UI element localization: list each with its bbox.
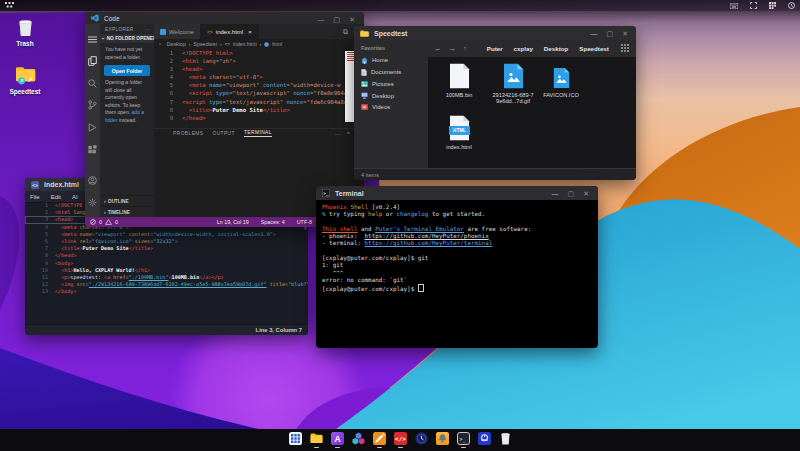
code-line: 4 <meta charset="utf-8"> bbox=[154, 73, 364, 81]
desktop-icon-trash[interactable]: Trash bbox=[0, 19, 50, 47]
taskbar-editor[interactable] bbox=[373, 432, 386, 448]
vscode-explorer-sidebar: EXPLORER ··· ›NO FOLDER OPENED You have … bbox=[100, 24, 154, 217]
minimize-icon[interactable]: — bbox=[591, 30, 598, 37]
code-line: 5 <meta name="viewport" content="width=d… bbox=[154, 81, 364, 89]
account-icon[interactable] bbox=[85, 169, 100, 191]
filemanager-file-grid: 100MB.bin 29134216-689-7 9e6dd...7d.gif bbox=[428, 57, 636, 168]
terminal-line: - terminal: https://github.com/HeyPuter/… bbox=[322, 240, 598, 247]
back-icon[interactable]: ← bbox=[434, 44, 442, 53]
taskbar-code[interactable]: </> bbox=[394, 432, 407, 448]
maximize-icon[interactable]: ▢ bbox=[607, 30, 614, 37]
terminal-titlebar[interactable]: >_ Terminal — ▢ ✕ bbox=[316, 186, 598, 200]
menu-icon[interactable] bbox=[85, 28, 100, 50]
problems-status[interactable]: 0 0 bbox=[90, 219, 118, 225]
file-favicon[interactable]: FAVICON.ICO bbox=[532, 63, 590, 98]
svg-text:</>: </> bbox=[395, 435, 406, 442]
favorites-header: Favorites bbox=[354, 43, 428, 54]
encoding[interactable]: UTF-8 bbox=[297, 219, 312, 225]
crumb-desktop[interactable]: Desktop bbox=[544, 45, 568, 52]
sidebar-item-pictures[interactable]: Pictures bbox=[354, 78, 428, 89]
terminal-app-icon: >_ bbox=[322, 189, 330, 197]
image-file-icon bbox=[532, 63, 590, 89]
source-control-icon[interactable] bbox=[85, 94, 100, 116]
terminal-output[interactable]: Phoenix Shell [v0.2.4]% try typing help … bbox=[316, 200, 598, 292]
explorer-empty-text: You have not yet opened a folder. bbox=[100, 43, 154, 61]
panel-chevron-up-icon[interactable]: ^ bbox=[347, 131, 350, 137]
svg-text:>_: >_ bbox=[459, 436, 466, 443]
taskbar-clock[interactable] bbox=[415, 432, 428, 448]
home-icon bbox=[361, 57, 368, 64]
taskbar-app-center[interactable]: A bbox=[331, 432, 344, 448]
timeline-section[interactable]: ›TIMELINE bbox=[100, 206, 154, 217]
breadcrumbs[interactable]: › Desktop› Speedtest› <> index.html› htm… bbox=[154, 39, 364, 49]
puter-menu-icon[interactable] bbox=[5, 2, 14, 9]
clock-icon[interactable] bbox=[788, 2, 795, 9]
panel-tab-terminal[interactable]: TERMINAL bbox=[244, 130, 272, 137]
taskbar-files[interactable] bbox=[310, 432, 323, 448]
sidebar-item-documents[interactable]: Documents bbox=[354, 66, 428, 78]
taskbar: A </> >_ bbox=[0, 429, 800, 451]
keyboard-icon[interactable] bbox=[730, 3, 738, 9]
vscode-activity-bar bbox=[85, 24, 100, 217]
maximize-icon[interactable]: ▢ bbox=[568, 190, 575, 197]
taskbar-terminal[interactable]: >_ bbox=[457, 432, 470, 448]
puter-desktop: Trash Speedtest <> index.html File Edit … bbox=[0, 0, 800, 451]
panel-tab-problems[interactable]: PROBLEMS bbox=[173, 131, 203, 136]
panel-more-icon[interactable]: ··· bbox=[335, 131, 342, 137]
taskbar-bell[interactable] bbox=[436, 432, 449, 448]
indentation[interactable]: Spaces: 4 bbox=[261, 219, 285, 225]
crumb-speedtest[interactable]: Speedtest bbox=[579, 45, 609, 52]
maximize-icon[interactable]: ▢ bbox=[334, 16, 341, 23]
filemanager-breadcrumbs: Puter cxplay Desktop Speedtest bbox=[487, 45, 609, 52]
open-folder-button[interactable]: Open Folder bbox=[104, 65, 150, 76]
html-symbol-icon bbox=[264, 42, 269, 47]
sidebar-item-home[interactable]: Home bbox=[354, 54, 428, 66]
desktop-icon-speedtest[interactable]: Speedtest bbox=[0, 66, 50, 95]
close-icon[interactable]: ✕ bbox=[583, 190, 589, 197]
split-editor-icon[interactable]: ⧉ bbox=[343, 28, 348, 36]
tab-close-icon[interactable]: × bbox=[248, 29, 252, 35]
taskbar-trash[interactable] bbox=[499, 432, 512, 448]
menu-ai[interactable]: AI bbox=[72, 194, 78, 200]
more-actions-icon[interactable]: ··· bbox=[144, 27, 150, 32]
up-icon[interactable]: ↑ bbox=[463, 44, 467, 53]
close-icon[interactable]: ✕ bbox=[349, 16, 355, 23]
vscode-code-area[interactable]: 1<!DOCTYPE html>2<html lang="zh">3<head>… bbox=[154, 49, 364, 128]
close-icon[interactable]: ✕ bbox=[622, 30, 628, 37]
taskbar-dev-center[interactable] bbox=[352, 432, 365, 448]
vscode-titlebar[interactable]: Code — ▢ ✕ bbox=[85, 12, 364, 24]
tab-index-html[interactable]: <> index.html × bbox=[201, 24, 259, 39]
forward-icon[interactable]: → bbox=[449, 44, 457, 53]
file-index-html[interactable]: HTML index.html bbox=[430, 115, 488, 150]
code-icon: </> bbox=[394, 432, 407, 445]
menu-file[interactable]: File bbox=[30, 194, 40, 200]
minimize-icon[interactable]: — bbox=[318, 16, 325, 23]
cursor-position[interactable]: Ln 19, Col 19 bbox=[217, 219, 249, 225]
outline-section[interactable]: ›OUTLINE bbox=[100, 195, 154, 206]
explorer-icon[interactable] bbox=[85, 50, 100, 72]
file-100mb-bin[interactable]: 100MB.bin bbox=[430, 63, 488, 98]
panel-tab-output[interactable]: OUTPUT bbox=[212, 131, 235, 136]
menu-edit[interactable]: Edit bbox=[51, 194, 61, 200]
tab-welcome[interactable]: Welcome bbox=[154, 24, 201, 39]
settings-gear-icon[interactable] bbox=[85, 191, 100, 213]
documents-icon bbox=[361, 69, 367, 76]
crumb-puter[interactable]: Puter bbox=[487, 45, 503, 52]
taskbar-puter-app[interactable] bbox=[478, 432, 491, 448]
search-icon[interactable] bbox=[85, 72, 100, 94]
view-options-icon[interactable] bbox=[621, 44, 629, 52]
grid-icon[interactable] bbox=[769, 2, 776, 9]
sidebar-item-desktop[interactable]: Desktop bbox=[354, 90, 428, 102]
filemanager-window-title: Speedtest bbox=[374, 30, 407, 37]
fullscreen-icon[interactable] bbox=[750, 2, 757, 9]
minimize-icon[interactable]: — bbox=[552, 190, 559, 197]
crumb-cxplay[interactable]: cxplay bbox=[514, 45, 533, 52]
extensions-icon[interactable] bbox=[85, 138, 100, 160]
filemanager-titlebar[interactable]: Speedtest — ▢ ✕ bbox=[354, 26, 636, 40]
run-debug-icon[interactable] bbox=[85, 116, 100, 138]
terminal-app-icon: >_ bbox=[457, 432, 470, 445]
code-line: 10 <h1>Hello, CXPLAY World!</h1> bbox=[25, 267, 308, 274]
sidebar-item-videos[interactable]: Videos bbox=[354, 102, 428, 113]
taskbar-launcher[interactable] bbox=[289, 432, 302, 448]
explorer-section-header[interactable]: ›NO FOLDER OPENED bbox=[100, 34, 154, 43]
